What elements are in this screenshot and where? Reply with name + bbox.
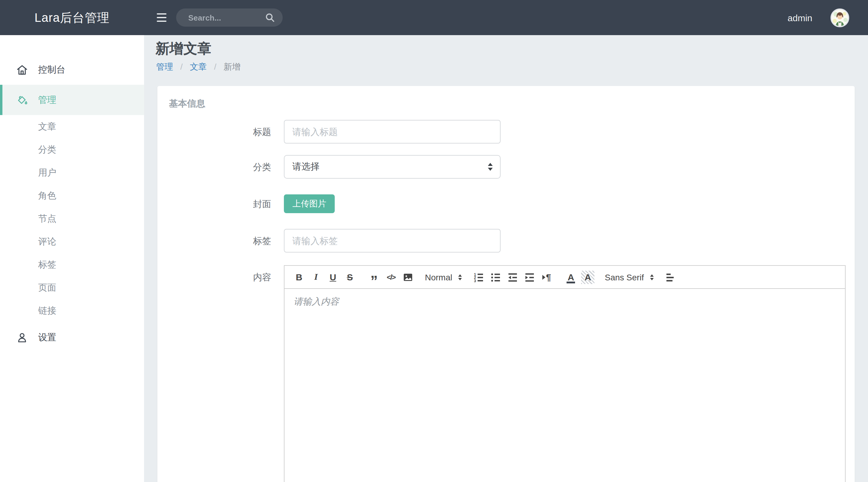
sidebar-subitem-users[interactable]: 用户	[0, 161, 144, 184]
sidebar-toggle-button[interactable]	[157, 13, 166, 22]
header-picker-value: Normal	[425, 272, 452, 282]
main-content: 新增文章 管理 / 文章 / 新增 基本信息 标题 分类	[144, 35, 868, 482]
username-label[interactable]: admin	[787, 12, 812, 23]
outdent-button[interactable]	[505, 270, 520, 284]
category-select-value: 请选择	[292, 161, 319, 173]
title-input[interactable]	[284, 120, 501, 144]
text-direction-button[interactable]: ¶	[539, 270, 554, 284]
font-picker-value: Sans Serif	[605, 272, 644, 282]
app: Lara后台管理 admin	[0, 0, 868, 482]
tags-label: 标签	[157, 229, 284, 252]
breadcrumb-current: 新增	[224, 62, 241, 71]
search-icon	[265, 13, 275, 22]
tags-input[interactable]	[284, 229, 501, 252]
bullet-list-icon	[490, 272, 501, 282]
editor-content-area[interactable]: 请输入内容	[284, 289, 846, 482]
home-icon	[16, 63, 28, 76]
sidebar-item-settings[interactable]: 设置	[0, 322, 144, 353]
editor-toolbar: B I U S ” </>	[284, 265, 846, 289]
sidebar-item-label: 设置	[38, 332, 56, 343]
brand-logo[interactable]: Lara后台管理	[0, 9, 144, 26]
cover-label: 封面	[157, 194, 284, 213]
paint-bucket-icon	[16, 94, 28, 106]
italic-button[interactable]: I	[309, 270, 323, 284]
indent-icon	[524, 272, 535, 282]
sidebar-subitem-comments[interactable]: 评论	[0, 230, 144, 253]
strikethrough-button[interactable]: S	[343, 270, 357, 284]
insert-image-button[interactable]	[401, 270, 415, 284]
breadcrumb-link-articles[interactable]: 文章	[190, 62, 207, 71]
form-card: 基本信息 标题 分类 请选择	[157, 86, 855, 482]
title-label: 标题	[157, 120, 284, 144]
breadcrumb-separator: /	[180, 62, 183, 71]
top-navbar: Lara后台管理 admin	[0, 0, 868, 35]
sidebar-item-label: 控制台	[38, 64, 65, 76]
blockquote-button[interactable]: ”	[367, 270, 381, 284]
content-label: 内容	[157, 265, 284, 289]
avatar[interactable]	[831, 8, 849, 27]
user-icon	[16, 331, 28, 344]
rich-text-editor: B I U S ” </>	[284, 265, 846, 482]
align-icon	[665, 272, 676, 282]
code-block-button[interactable]: </>	[384, 270, 398, 284]
bullet-list-button[interactable]	[489, 270, 503, 284]
sidebar-subitem-categories[interactable]: 分类	[0, 138, 144, 161]
breadcrumb: 管理 / 文章 / 新增	[156, 61, 868, 73]
outdent-icon	[507, 272, 518, 282]
align-button[interactable]	[663, 270, 678, 284]
cover-row: 封面 上传图片	[157, 194, 855, 213]
sidebar: 控制台 管理 文章 分类 用户 角色 节点 评论 标签 页面 链接	[0, 35, 144, 482]
underline-button[interactable]: U	[326, 270, 340, 284]
editor-placeholder: 请输入内容	[293, 296, 836, 308]
sidebar-item-console[interactable]: 控制台	[0, 55, 144, 85]
direction-arrow-icon	[542, 275, 546, 279]
image-icon	[403, 272, 413, 282]
sidebar-item-label: 管理	[38, 94, 56, 106]
sidebar-subitem-tags[interactable]: 标签	[0, 253, 144, 276]
breadcrumb-separator: /	[214, 62, 216, 71]
color-bar-icon	[566, 281, 575, 283]
tags-row: 标签	[157, 229, 855, 252]
page-title: 新增文章	[156, 40, 868, 57]
picker-arrows-icon	[458, 274, 462, 280]
header-format-picker[interactable]: Normal	[425, 272, 462, 282]
navbar-search	[176, 8, 283, 27]
category-row: 分类 请选择	[157, 155, 855, 179]
sidebar-subitem-pages[interactable]: 页面	[0, 276, 144, 299]
avatar-illustration	[832, 9, 848, 26]
title-row: 标题	[157, 120, 855, 144]
breadcrumb-link-manage[interactable]: 管理	[156, 62, 173, 71]
section-title: 基本信息	[169, 98, 855, 109]
hamburger-icon	[157, 13, 166, 14]
text-color-button[interactable]: A	[563, 270, 578, 284]
category-select[interactable]: 请选择	[284, 155, 501, 179]
bold-button[interactable]: B	[292, 270, 306, 284]
content-row: 内容 B I U S ” </>	[157, 265, 855, 482]
indent-button[interactable]	[522, 270, 537, 284]
picker-arrows-icon	[650, 274, 653, 280]
sidebar-subitem-links[interactable]: 链接	[0, 299, 144, 322]
sidebar-subitem-roles[interactable]: 角色	[0, 184, 144, 207]
ordered-list-button[interactable]: 1 2 3	[471, 270, 486, 284]
sidebar-item-manage[interactable]: 管理	[0, 85, 144, 115]
sidebar-subitem-nodes[interactable]: 节点	[0, 207, 144, 230]
ordered-list-icon: 1 2 3	[473, 272, 484, 282]
paragraph-icon: ¶	[546, 272, 551, 282]
sidebar-subitem-articles[interactable]: 文章	[0, 115, 144, 138]
select-arrows-icon	[488, 163, 493, 171]
font-family-picker[interactable]: Sans Serif	[605, 272, 653, 282]
svg-text:3: 3	[474, 278, 476, 282]
category-label: 分类	[157, 155, 284, 179]
background-color-button[interactable]: A	[581, 270, 595, 284]
upload-image-button[interactable]: 上传图片	[284, 194, 335, 213]
